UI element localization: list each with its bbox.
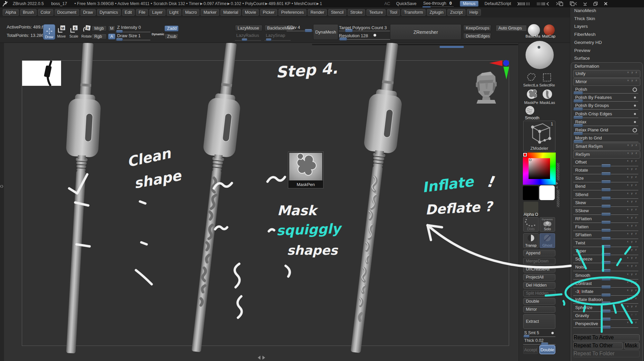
lazyradius-slider[interactable]: LazyRadius [236, 33, 259, 38]
thick-track[interactable] [523, 344, 555, 345]
stroke-dots-tile[interactable]: Dots [523, 217, 539, 232]
radial-toggle-icon[interactable] [633, 87, 637, 92]
menu-item-zscript[interactable]: Zscript [447, 9, 465, 16]
deformation-inflate[interactable]: -3| Inflatex y z [573, 288, 640, 296]
section-thick-skin[interactable]: Thick Skin [574, 16, 595, 23]
resolution-handle[interactable] [339, 38, 347, 41]
alpha-tile[interactable]: Alpha O [523, 201, 539, 216]
axis-z-icon[interactable] [503, 60, 509, 66]
canvas-viewport[interactable] [4, 43, 518, 361]
axis-toggle-xyz[interactable]: x y z [627, 240, 638, 243]
gradient-strip-top[interactable] [557, 163, 559, 180]
maskpen-brush-tile[interactable]: MaskPen [288, 152, 324, 188]
document-thumbnail[interactable] [22, 61, 61, 86]
axis-toggle-xyz[interactable]: x y z [627, 305, 638, 308]
axis-toggle-xyz[interactable]: x y z [627, 313, 638, 316]
deformation-taper[interactable]: Taperx y z [573, 248, 640, 255]
secondary-color-swatch[interactable] [539, 185, 555, 200]
close-icon[interactable] [604, 2, 608, 6]
m-button[interactable]: M [108, 25, 115, 32]
main-color-swatch[interactable] [523, 186, 538, 200]
axis-toggle-xyz[interactable]: x y z [627, 321, 638, 324]
axis-toggle-xyz[interactable]: x y z [627, 167, 638, 170]
resolution-radio[interactable] [374, 34, 376, 37]
deformation-relax[interactable]: Relax [573, 119, 640, 126]
dock-right-panel-icon[interactable] [569, 1, 577, 6]
a-button[interactable]: A [108, 34, 115, 40]
s-smt-handle[interactable] [524, 335, 530, 338]
menu-item-material[interactable]: Material [220, 9, 241, 16]
axis-toggle-xyz[interactable]: x y z [627, 256, 638, 259]
deformation-skew[interactable]: Skewx y z [573, 199, 640, 207]
dot-toggle-icon[interactable] [634, 97, 636, 99]
slider-track[interactable] [573, 101, 638, 102]
menu-item-color[interactable]: Color [38, 9, 53, 16]
lazysnap-slider[interactable]: LazySnap [266, 33, 285, 38]
deformation-gravity[interactable]: Gravityx y z [573, 312, 640, 320]
axis-toggle-xyz[interactable]: x y z [628, 143, 638, 146]
deformation-rflatten[interactable]: RFlattenx y z [573, 216, 640, 223]
divider-right-icon[interactable] [537, 2, 550, 6]
slider-track[interactable] [573, 109, 638, 110]
menu-item-movie[interactable]: Movie [242, 9, 259, 16]
deformation-perspective[interactable]: Perspectivex y z [573, 320, 640, 328]
restore-icon[interactable] [593, 2, 598, 6]
axis-toggle-xyz[interactable]: x y z [627, 200, 638, 203]
quicksave-button[interactable]: QuickSave [396, 1, 416, 6]
s-smt-radio[interactable] [551, 332, 554, 334]
repeat-mask-button[interactable]: Mask [624, 342, 640, 349]
axis-toggle-xyz[interactable]: x y z [627, 281, 638, 284]
left-divider-handle-icon[interactable] [0, 184, 3, 191]
menu-item-dynamics[interactable]: Dynamics [97, 9, 121, 16]
deformation-polish-by-groups[interactable]: Polish By Groups [573, 102, 640, 110]
scale-mode-button[interactable]: S Scale [69, 25, 79, 40]
deformation-resym[interactable]: ReSymx y z [573, 151, 640, 159]
strip-arrow-down-icon[interactable] [556, 182, 558, 185]
shelf-button-mirror[interactable]: Mirror [523, 306, 555, 313]
canvas-top-divider-handle[interactable] [440, 46, 464, 48]
select-rect-brush[interactable] [542, 72, 552, 82]
bottom-divider-handle-icon[interactable] [258, 356, 265, 360]
axis-toggle-xyz[interactable]: x y z [627, 232, 638, 235]
menu-item-transform[interactable]: Transform [401, 9, 426, 16]
dock-left-panel-icon[interactable] [556, 1, 563, 6]
select-lasso-brush[interactable] [526, 72, 536, 82]
menu-item-picker[interactable]: Picker [260, 9, 277, 16]
sv-square[interactable] [529, 158, 550, 179]
sdiv-slider[interactable]: SDiv 4 [287, 25, 300, 30]
slider-handle[interactable] [601, 326, 611, 329]
deformation-title[interactable]: Deformation [575, 64, 599, 69]
menu-item-help[interactable]: Help [467, 9, 481, 16]
section-nanomesh[interactable]: NanoMesh [574, 8, 596, 15]
menu-item-alpha[interactable]: Alpha [3, 9, 19, 16]
axis-toggle-xyz[interactable]: x y z [627, 224, 638, 227]
shelf-button-append[interactable]: Append [523, 250, 555, 256]
sv-selector[interactable] [529, 159, 531, 161]
gradient-strip-bottom[interactable] [557, 190, 559, 207]
section-surface[interactable]: Surface [574, 56, 590, 62]
deformation-mirror[interactable]: Mirrorx y z [573, 78, 640, 86]
lazysnap-handle[interactable] [266, 39, 271, 41]
rotate-mode-button[interactable]: R Rotate [81, 25, 92, 40]
axis-toggle-xyz[interactable]: x y z [627, 264, 638, 267]
axis-y-icon[interactable] [503, 67, 509, 79]
deformation-spherize[interactable]: Spherizex y z [573, 304, 640, 312]
deformation-morph-to-grid[interactable]: Morph to Grid [573, 135, 640, 142]
menu-item-edit[interactable]: Edit [122, 9, 135, 16]
hue-selector[interactable] [523, 153, 527, 157]
shelf-button-mergedown[interactable]: MergeDown [523, 258, 555, 264]
menu-item-layer[interactable]: Layer [149, 9, 165, 16]
menu-item-draw[interactable]: Draw [81, 9, 96, 16]
axis-toggle-xyz[interactable]: x y z [627, 216, 638, 219]
axis-toggle-xyz[interactable]: x y z [627, 297, 638, 300]
divider-left-icon[interactable] [517, 2, 531, 6]
sculpt-rod-masked[interactable] [180, 43, 247, 354]
axis-toggle-xyz[interactable]: x y z [627, 289, 638, 292]
axis-toggle-xyz[interactable]: x y z [627, 192, 638, 195]
axis-toggle-xyz[interactable]: x y z [627, 248, 638, 251]
deformation-sbend[interactable]: SBendx y z [573, 191, 640, 199]
slider-track[interactable] [573, 118, 638, 118]
section-geometry-hd[interactable]: Geometry HD [574, 40, 602, 47]
dot-toggle-icon[interactable] [634, 121, 636, 123]
zadd-button[interactable]: Zadd [164, 25, 179, 32]
